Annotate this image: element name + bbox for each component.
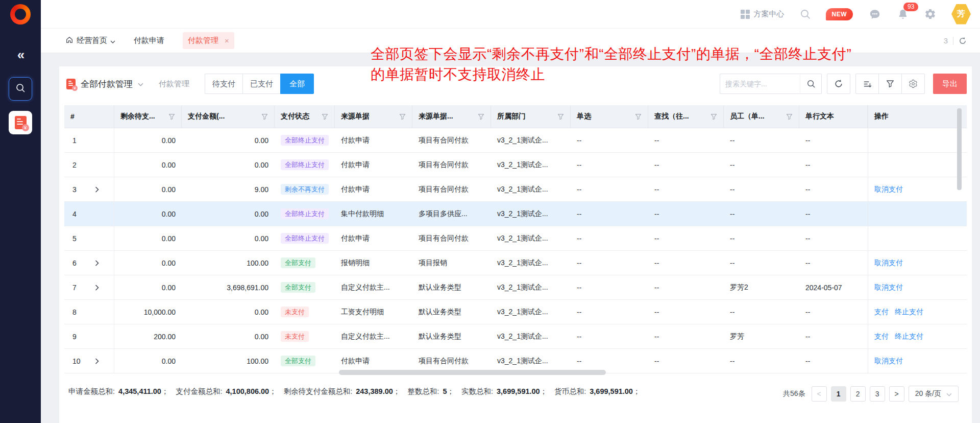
summary-separator: ； xyxy=(161,387,169,395)
segment-tab[interactable]: 待支付 xyxy=(205,74,243,94)
row-number: 9 xyxy=(72,333,84,341)
action-link[interactable]: 取消支付 xyxy=(874,357,903,366)
column-header-remaining: 剩余待支... xyxy=(114,105,182,128)
app-logo[interactable] xyxy=(10,4,31,25)
table-row[interactable]: 810,000.000.00未支付工资支付明细默认业务类型v3_2_1测试企..… xyxy=(64,300,967,324)
filter-funnel-icon[interactable] xyxy=(786,113,793,120)
action-link[interactable]: 取消支付 xyxy=(874,258,903,268)
pagination-page-button[interactable]: 2 xyxy=(850,386,866,402)
cell-source-type: 项目报销 xyxy=(412,251,491,275)
column-header-label: 剩余待支... xyxy=(120,112,155,121)
tab-home[interactable]: 经营首页 xyxy=(65,36,115,45)
pagination-prev-button[interactable]: < xyxy=(812,386,827,402)
cell-lookup: -- xyxy=(648,177,724,201)
cell-single-select: -- xyxy=(571,153,648,177)
filter-funnel-icon[interactable] xyxy=(322,113,328,120)
vertical-scrollbar[interactable] xyxy=(957,108,962,190)
table-row[interactable]: 10.000.00全部终止支付付款申请项目有合同付款v3_2_1测试企...--… xyxy=(64,128,967,153)
close-tab-icon[interactable]: × xyxy=(225,36,229,45)
summary-label: 剩余待支付金额总和: xyxy=(284,387,353,395)
view-selector[interactable]: 全部付款管理 xyxy=(66,78,143,90)
column-header-status: 支付状态 xyxy=(275,105,335,128)
filter-button[interactable] xyxy=(878,74,902,94)
action-link[interactable]: 支付 xyxy=(874,332,889,341)
top-header: 方案中心 NEW 93 芳 xyxy=(41,0,980,29)
cell-payment-status: 全部支付 xyxy=(275,349,335,373)
filter-funnel-icon[interactable] xyxy=(710,113,717,120)
action-link[interactable]: 终止支付 xyxy=(895,332,923,341)
solution-center-link[interactable]: 方案中心 xyxy=(741,9,785,19)
table-row[interactable]: 40.000.00全部终止支付集中付款明细多项目多供应...v3_2_1测试企.… xyxy=(64,202,967,226)
page-size-select[interactable]: 20 条/页 xyxy=(909,386,959,402)
cell-source-type: 项目有合同付款 xyxy=(412,128,491,152)
cell-payment-amount: 0.00 xyxy=(182,324,275,348)
pagination-next-button[interactable]: > xyxy=(889,386,904,402)
cell-remaining-amount: 0.00 xyxy=(114,349,182,373)
sidebar-payment-app-button[interactable] xyxy=(9,111,32,134)
summary-separator: ； xyxy=(540,387,548,395)
content-area: 全部付款管理 付款管理 待支付已支付全部 xyxy=(41,53,980,423)
segment-tab[interactable]: 已支付 xyxy=(242,74,281,94)
chevron-down-icon xyxy=(946,390,952,398)
cell-row-number: 7 xyxy=(64,275,114,299)
collapse-sidebar-icon[interactable]: « xyxy=(0,47,41,63)
table-row[interactable]: 50.000.00全部终止支付付款申请项目有合同付款v3_2_1测试企...--… xyxy=(64,226,967,251)
user-avatar[interactable]: 芳 xyxy=(951,4,971,25)
pagination-page-button[interactable]: 3 xyxy=(870,386,885,402)
action-link[interactable]: 取消支付 xyxy=(874,185,903,194)
tab-payment-management[interactable]: 付款管理 × xyxy=(183,32,234,49)
search-input[interactable] xyxy=(720,80,800,88)
column-header-department: 所属部门 xyxy=(491,105,571,128)
cell-department: v3_2_1测试企... xyxy=(491,349,571,373)
cell-text: -- xyxy=(799,324,868,348)
action-link[interactable]: 取消支付 xyxy=(874,283,903,292)
table-row[interactable]: 9200.000.00未支付自定义付款主...默认业务类型v3_2_1测试企..… xyxy=(64,324,967,349)
cell-payment-status: 剩余不再支付 xyxy=(275,177,335,201)
expand-row-icon[interactable] xyxy=(95,358,99,364)
filter-funnel-icon[interactable] xyxy=(557,113,564,120)
cell-source-doc: 付款申请 xyxy=(335,349,412,373)
message-icon[interactable] xyxy=(868,8,881,21)
tab-payment-request[interactable]: 付款申请 xyxy=(134,36,164,45)
refresh-tabs-icon[interactable] xyxy=(959,37,967,45)
cell-department: v3_2_1测试企... xyxy=(491,251,571,275)
table-row[interactable]: 60.00100.00全部支付报销明细项目报销v3_2_1测试企...-----… xyxy=(64,251,967,275)
filter-funnel-icon[interactable] xyxy=(478,113,484,120)
header-search-icon[interactable] xyxy=(800,9,811,19)
column-header-label: 员工（单... xyxy=(730,112,765,121)
filter-funnel-icon[interactable] xyxy=(261,113,268,120)
notification-bell-icon[interactable]: 93 xyxy=(897,8,909,20)
action-link[interactable]: 支付 xyxy=(874,308,889,317)
sidebar-search-button[interactable] xyxy=(9,77,32,101)
filter-funnel-icon[interactable] xyxy=(399,113,406,120)
cell-lookup: -- xyxy=(648,349,724,373)
table-row[interactable]: 70.003,698,691.00全部支付自定义付款主...默认业务类型v3_2… xyxy=(64,275,967,300)
cell-text: -- xyxy=(799,251,868,275)
new-badge[interactable]: NEW xyxy=(826,8,853,20)
column-header-label: 支付状态 xyxy=(281,112,309,121)
segment-tab[interactable]: 全部 xyxy=(280,74,314,94)
column-header-employee: 员工（单... xyxy=(724,105,799,128)
search-submit-icon[interactable] xyxy=(800,74,821,93)
export-button[interactable]: 导出 xyxy=(933,74,967,94)
cell-remaining-amount: 0.00 xyxy=(114,153,182,177)
display-settings-button[interactable] xyxy=(855,74,879,94)
pagination-page-button[interactable]: 1 xyxy=(831,386,846,402)
expand-row-icon[interactable] xyxy=(95,260,99,266)
filter-funnel-icon[interactable] xyxy=(635,113,642,120)
expand-row-icon[interactable] xyxy=(95,285,99,291)
settings-gear-icon[interactable] xyxy=(924,8,936,20)
cell-row-number: 6 xyxy=(64,251,114,275)
payment-management-card: 全部付款管理 付款管理 待支付已支付全部 xyxy=(59,66,972,423)
refresh-button[interactable] xyxy=(827,74,850,94)
cell-employee: -- xyxy=(724,153,799,177)
filter-funnel-icon[interactable] xyxy=(168,113,175,120)
expand-row-icon[interactable] xyxy=(95,186,99,193)
column-settings-button[interactable] xyxy=(901,74,925,94)
action-link[interactable]: 终止支付 xyxy=(895,308,923,317)
horizontal-scrollbar[interactable] xyxy=(339,370,606,375)
column-header-amount: 支付金额(... xyxy=(182,105,275,128)
table-row[interactable]: 20.000.00全部终止支付付款申请项目有合同付款v3_2_1测试企...--… xyxy=(64,153,967,177)
table-row[interactable]: 30.009.00剩余不再支付付款申请项目有合同付款v3_2_1测试企...--… xyxy=(64,177,967,202)
table-tools-group xyxy=(855,74,925,94)
